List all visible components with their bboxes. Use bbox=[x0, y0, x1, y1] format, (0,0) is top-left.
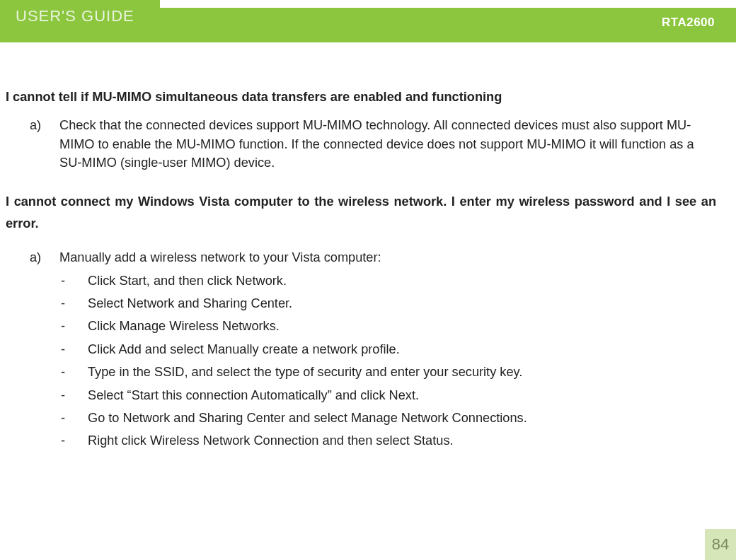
list-item: - Right click Wireless Network Connectio… bbox=[59, 431, 716, 450]
section2-sublist: - Click Start, and then click Network. -… bbox=[59, 272, 716, 450]
header-notch-white bbox=[160, 0, 736, 8]
page-number-box: 84 bbox=[705, 529, 736, 560]
list-marker-dash: - bbox=[59, 272, 88, 290]
sub-text: Go to Network and Sharing Center and sel… bbox=[88, 409, 527, 427]
list-marker-a: a) bbox=[30, 248, 59, 450]
page: USER'S GUIDE RTA2600 I cannot tell if MU… bbox=[0, 0, 736, 560]
header-bar: USER'S GUIDE RTA2600 bbox=[0, 0, 736, 42]
page-number: 84 bbox=[712, 535, 729, 554]
sub-text: Select Network and Sharing Center. bbox=[88, 294, 292, 313]
list-item: a) Check that the connected devices supp… bbox=[30, 116, 716, 172]
header-title: USER'S GUIDE bbox=[16, 7, 134, 25]
header-title-block: USER'S GUIDE bbox=[0, 0, 154, 32]
sub-text: Right click Wireless Network Connection … bbox=[88, 431, 454, 450]
list-item: a) Manually add a wireless network to yo… bbox=[30, 248, 716, 450]
sub-text: Select “Start this connection Automatica… bbox=[88, 386, 419, 404]
sub-text: Click Manage Wireless Networks. bbox=[88, 317, 280, 335]
list-marker-dash: - bbox=[59, 386, 88, 404]
section2-list: a) Manually add a wireless network to yo… bbox=[30, 248, 716, 450]
list-marker-dash: - bbox=[59, 317, 88, 335]
section2-heading: I cannot connect my Windows Vista comput… bbox=[6, 191, 716, 236]
section2-item-a: Manually add a wireless network to your … bbox=[59, 248, 716, 450]
list-marker-dash: - bbox=[59, 409, 88, 427]
sub-text: Type in the SSID, and select the type of… bbox=[88, 363, 522, 381]
sub-text: Click Add and select Manually create a n… bbox=[88, 340, 400, 358]
list-marker-dash: - bbox=[59, 340, 88, 358]
section1-heading: I cannot tell if MU-MIMO simultaneous da… bbox=[6, 88, 716, 106]
list-marker-dash: - bbox=[59, 431, 88, 450]
list-item: - Go to Network and Sharing Center and s… bbox=[59, 409, 716, 427]
section1-item-a: Check that the connected devices support… bbox=[59, 116, 716, 172]
list-item: - Select “Start this connection Automati… bbox=[59, 386, 716, 404]
list-item: - Click Manage Wireless Networks. bbox=[59, 317, 716, 335]
list-marker-dash: - bbox=[59, 294, 88, 313]
list-marker-dash: - bbox=[59, 363, 88, 381]
list-item: - Type in the SSID, and select the type … bbox=[59, 363, 716, 381]
list-item: - Click Start, and then click Network. bbox=[59, 272, 716, 290]
list-item: - Click Add and select Manually create a… bbox=[59, 340, 716, 358]
sub-text: Click Start, and then click Network. bbox=[88, 272, 287, 290]
list-item: - Select Network and Sharing Center. bbox=[59, 294, 716, 313]
section1-list: a) Check that the connected devices supp… bbox=[30, 116, 716, 172]
section2-item-a-text: Manually add a wireless network to your … bbox=[59, 250, 381, 264]
header-model: RTA2600 bbox=[662, 16, 715, 30]
content: I cannot tell if MU-MIMO simultaneous da… bbox=[0, 42, 736, 450]
list-marker-a: a) bbox=[30, 116, 59, 172]
